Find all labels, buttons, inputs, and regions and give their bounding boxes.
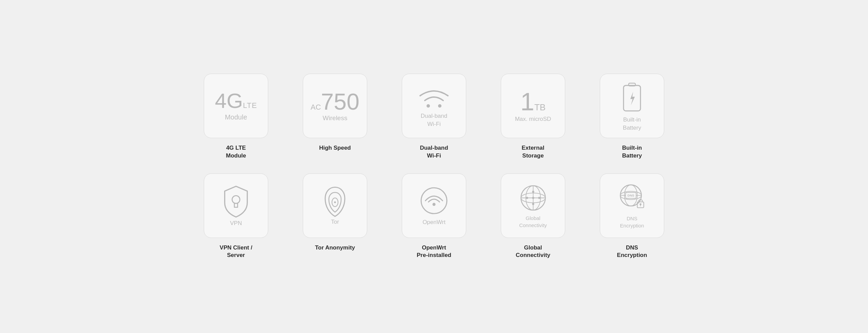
feature-label-openwrt: OpenWrtPre-installed (417, 244, 451, 260)
feature-global: GlobalConnectivity GlobalConnectivity (494, 173, 572, 260)
feature-openwrt: OpenWrt OpenWrtPre-installed (395, 173, 473, 260)
feature-vpn: VPN VPN Client /Server (197, 173, 275, 260)
feature-label-speed: High Speed (319, 144, 351, 152)
icon-box-battery: Built-inBattery (600, 74, 664, 138)
vpn-text: VPN (230, 220, 242, 227)
icon-box-wifi: Dual-bandWi-Fi (402, 74, 466, 138)
feature-label-global: GlobalConnectivity (516, 244, 550, 260)
icon-box-4g-lte: 4GLTE Module (204, 74, 268, 138)
wireless-text: Wireless (323, 114, 348, 122)
svg-point-0 (427, 104, 430, 108)
feature-label-4g: 4G LTEModule (226, 144, 246, 160)
svg-point-16 (538, 197, 540, 199)
openwrt-text: OpenWrt (422, 219, 446, 226)
svg-point-17 (532, 203, 534, 205)
icon-box-tor: Tor (303, 173, 367, 238)
icon-box-vpn: VPN (204, 173, 268, 238)
battery-icon (618, 80, 646, 114)
feature-high-speed: AC750 Wireless High Speed (296, 74, 374, 160)
svg-text:DNS: DNS (627, 193, 634, 197)
icon-box-openwrt: OpenWrt (402, 173, 466, 238)
svg-point-15 (526, 197, 528, 199)
feature-label-battery: Built-inBattery (622, 144, 642, 160)
vpn-shield-icon (221, 185, 251, 219)
feature-label-vpn: VPN Client /Server (220, 244, 252, 260)
svg-point-8 (432, 203, 435, 206)
globe-icon (517, 183, 549, 213)
svg-point-4 (232, 196, 240, 203)
wifi-label-text: Dual-bandWi-Fi (421, 112, 447, 128)
ac750-icon: AC750 (311, 90, 359, 113)
feature-storage: 1TB Max. microSD ExternalStorage (494, 74, 572, 160)
feature-label-tor: Tor Anonymity (315, 244, 355, 252)
feature-4g-lte: 4GLTE Module 4G LTEModule (197, 74, 275, 160)
feature-label-storage: ExternalStorage (521, 144, 544, 160)
icon-box-high-speed: AC750 Wireless (303, 74, 367, 138)
dns-icon: DNS (616, 182, 648, 214)
svg-point-14 (532, 190, 534, 192)
feature-dns: DNS DNSEncryption DNSEncryption (593, 173, 671, 260)
storage-icon: 1TB (520, 89, 546, 114)
4g-module-text: Module (225, 113, 247, 121)
dns-text: DNSEncryption (620, 215, 644, 229)
feature-label-wifi: Dual-bandWi-Fi (420, 144, 448, 160)
wifi-icon (415, 84, 453, 114)
feature-tor: Tor Tor Anonymity (296, 173, 374, 260)
feature-dual-wifi: Dual-bandWi-Fi Dual-bandWi-Fi (395, 74, 473, 160)
icon-box-global: GlobalConnectivity (501, 173, 565, 238)
svg-point-1 (438, 104, 441, 108)
svg-point-26 (639, 203, 641, 205)
tor-text: Tor (331, 219, 339, 225)
feature-battery: Built-inBattery Built-inBattery (593, 74, 671, 160)
battery-label-text: Built-inBattery (623, 116, 641, 132)
features-grid: 4GLTE Module 4G LTEModule AC750 Wireless… (197, 74, 671, 260)
global-text: GlobalConnectivity (519, 215, 547, 229)
svg-point-6 (334, 201, 336, 203)
microsd-text: Max. microSD (515, 116, 551, 123)
tor-icon (321, 186, 349, 218)
feature-label-dns: DNSEncryption (617, 244, 647, 260)
4g-lte-icon: 4GLTE (215, 90, 257, 111)
openwrt-icon (417, 185, 451, 218)
svg-point-18 (532, 197, 534, 199)
icon-box-storage: 1TB Max. microSD (501, 74, 565, 138)
icon-box-dns: DNS DNSEncryption (600, 173, 664, 238)
